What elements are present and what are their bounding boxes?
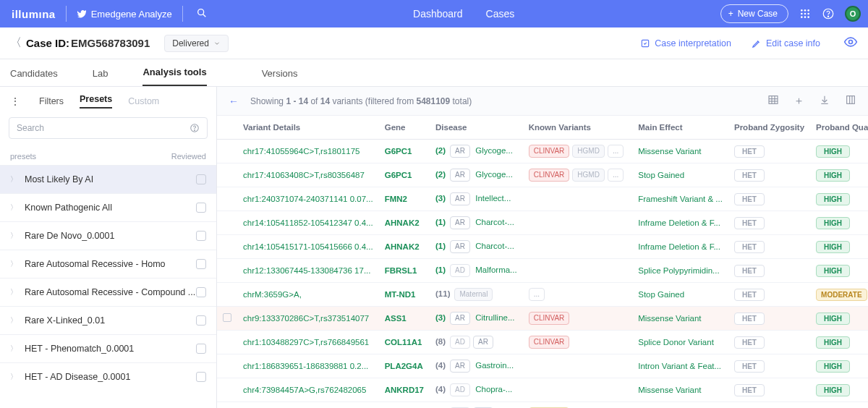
disease-link[interactable]: Citrulline...	[475, 313, 514, 322]
table-row[interactable]: chr17:41063408C>T,rs80356487G6PC1(2)AR G…	[217, 163, 868, 187]
table-row[interactable]: chr14:105411852-105412347 0.4...AHNAK2(1…	[217, 211, 868, 235]
tab-analysis-tools[interactable]: Analysis tools	[142, 67, 206, 86]
col-gene[interactable]: Gene	[379, 116, 430, 140]
help-icon[interactable]	[822, 7, 835, 20]
preset-search-input[interactable]: Search	[9, 117, 208, 139]
variant-details-link[interactable]: chr1:186839651-186839881 0.2...	[243, 362, 368, 370]
columns-icon[interactable]	[845, 94, 856, 108]
table-view-icon[interactable]	[767, 94, 779, 108]
nav-dashboard[interactable]: Dashboard	[413, 8, 463, 20]
preset-reviewed-checkbox[interactable]	[196, 259, 206, 269]
sidebar-tab-presets[interactable]: Presets	[80, 94, 112, 109]
preset-item[interactable]: 〉Known Pathogenic All	[0, 193, 216, 221]
nav-cases[interactable]: Cases	[486, 8, 515, 20]
col-main-effect[interactable]: Main Effect	[632, 116, 728, 140]
table-row[interactable]: chr4:73984457A>G,rs762482065ANKRD17(4)AD…	[217, 378, 868, 402]
disease-link[interactable]: Charcot-...	[475, 242, 514, 250]
table-row[interactable]: chr3:170725020C>T,rs144822218SLC2A2(5)AD…	[217, 402, 868, 409]
preset-reviewed-checkbox[interactable]	[196, 203, 206, 213]
col-known-variants[interactable]: Known Variants	[523, 116, 633, 140]
case-interpretation-link[interactable]: Case interpretation	[640, 38, 731, 48]
more-tags-icon[interactable]: ...	[608, 145, 624, 158]
preset-reviewed-checkbox[interactable]	[196, 372, 206, 382]
preset-item[interactable]: 〉HET - AD Disease_0.0001	[0, 362, 216, 391]
user-avatar[interactable]: O	[845, 6, 861, 22]
table-row[interactable]: chr12:133067445-133084736 17...FBRSL1(1)…	[217, 259, 868, 283]
disease-link[interactable]: Chopra-...	[475, 385, 512, 394]
gene-link[interactable]: MT-ND1	[385, 290, 416, 299]
col-proband-zygosity[interactable]: Proband Zygosity	[728, 116, 810, 140]
svg-point-10	[807, 16, 809, 18]
preset-item[interactable]: 〉Most Likely By AI	[0, 165, 216, 193]
table-row[interactable]: chrM:3659G>A,MT-ND1(11)Maternal ...Stop …	[217, 283, 868, 307]
col-proband-quality[interactable]: Proband Quality..	[810, 116, 868, 140]
gene-link[interactable]: ASS1	[385, 314, 407, 323]
gene-link[interactable]: ANKRD17	[385, 386, 424, 394]
variant-details-link[interactable]: chr14:105411852-105412347 0.4...	[243, 218, 373, 227]
download-icon[interactable]	[819, 94, 830, 108]
watch-icon[interactable]	[843, 35, 858, 52]
back-icon[interactable]: 〈	[10, 35, 22, 51]
table-row[interactable]: chr1:186839651-186839881 0.2...PLA2G4A(4…	[217, 354, 868, 378]
gene-link[interactable]: PLA2G4A	[385, 362, 423, 370]
preset-reviewed-checkbox[interactable]	[196, 231, 206, 241]
preset-item[interactable]: 〉Rare X-Linked_0.01	[0, 306, 216, 334]
preset-reviewed-checkbox[interactable]	[196, 315, 206, 326]
preset-item[interactable]: 〉HET - Phenomatch_0.0001	[0, 334, 216, 362]
tab-candidates[interactable]: Candidates	[10, 68, 58, 86]
table-row[interactable]: chr14:105415171-105415666 0.4...AHNAK2(1…	[217, 235, 868, 259]
gene-link[interactable]: FMN2	[385, 195, 407, 203]
gene-link[interactable]: COL11A1	[385, 338, 422, 347]
more-tags-icon[interactable]: ...	[529, 288, 545, 301]
gene-link[interactable]: AHNAK2	[385, 242, 420, 251]
variants-table-wrapper[interactable]: Variant Details Gene Disease Known Varia…	[217, 116, 868, 408]
brand-product[interactable]: Emedgene Analyze	[77, 9, 172, 20]
tab-lab[interactable]: Lab	[93, 68, 109, 86]
row-checkbox[interactable]	[223, 313, 231, 322]
disease-link[interactable]: Malforma...	[475, 265, 517, 274]
add-column-icon[interactable]: ＋	[793, 94, 804, 108]
col-variant[interactable]: Variant Details	[237, 116, 379, 140]
edit-case-info-link[interactable]: Edit case info	[752, 38, 820, 48]
gene-link[interactable]: G6PC1	[385, 171, 412, 179]
table-row[interactable]: chr17:41055964C>T,rs1801175G6PC1(2)AR Gl…	[217, 140, 868, 163]
variant-details-link[interactable]: chr14:105415171-105415666 0.4...	[243, 242, 373, 251]
gene-link[interactable]: G6PC1	[385, 147, 412, 156]
preset-item[interactable]: 〉Rare Autosomal Recessive - Compound ...	[0, 278, 216, 306]
variant-details-link[interactable]: chr12:133067445-133084736 17...	[243, 266, 371, 275]
table-row[interactable]: chr1:103488297C>T,rs766849561COL11A1(8)A…	[217, 331, 868, 354]
table-row[interactable]: chr1:240371074-240371141 0.07...FMN2(3)A…	[217, 187, 868, 211]
gene-link[interactable]: AHNAK2	[385, 218, 420, 227]
more-tags-icon[interactable]: ...	[608, 169, 624, 182]
preset-item[interactable]: 〉Rare Autosomal Recessive - Homo	[0, 250, 216, 278]
variant-details-link[interactable]: chrM:3659G>A,	[243, 290, 302, 299]
apps-grid-icon[interactable]	[799, 7, 812, 20]
sidebar-tab-custom[interactable]: Custom	[128, 96, 159, 106]
variant-details-link[interactable]: chr1:103488297C>T,rs766849561	[243, 338, 369, 347]
tab-versions[interactable]: Versions	[262, 68, 298, 86]
sidebar-tab-filters[interactable]: Filters	[39, 96, 64, 106]
gene-link[interactable]: FBRSL1	[385, 266, 417, 275]
preset-reviewed-checkbox[interactable]	[196, 344, 206, 354]
variant-details-link[interactable]: chr1:240371074-240371141 0.07...	[243, 195, 373, 203]
disease-link[interactable]: Glycoge...	[475, 170, 513, 179]
disease-link[interactable]: Charcot-...	[475, 218, 514, 226]
disease-link[interactable]: Glycoge...	[475, 146, 513, 155]
svg-point-6	[804, 13, 807, 15]
new-case-button[interactable]: + New Case	[720, 4, 788, 23]
variant-details-link[interactable]: chr17:41055964C>T,rs1801175	[243, 147, 359, 156]
case-status-dropdown[interactable]: Delivered	[164, 35, 229, 52]
preset-reviewed-checkbox[interactable]	[196, 287, 206, 297]
variant-details-link[interactable]: chr4:73984457A>G,rs762482065	[243, 386, 366, 394]
collapse-sidebar-icon[interactable]: ←	[229, 95, 239, 107]
global-search-icon[interactable]	[196, 7, 208, 21]
disease-link[interactable]: Intellect...	[475, 194, 511, 203]
preset-item[interactable]: 〉Rare De Novo_0.0001	[0, 221, 216, 250]
variant-details-link[interactable]: chr17:41063408C>T,rs80356487	[243, 171, 365, 179]
variant-details-link[interactable]: chr9:133370286C>T,rs373514077	[243, 314, 369, 323]
preset-reviewed-checkbox[interactable]	[196, 174, 206, 184]
disease-link[interactable]: Gastroin...	[475, 361, 514, 370]
more-icon[interactable]: ⋮	[10, 95, 20, 107]
col-disease[interactable]: Disease	[430, 116, 523, 140]
table-row[interactable]: chr9:133370286C>T,rs373514077ASS1(3)AR C…	[217, 307, 868, 331]
